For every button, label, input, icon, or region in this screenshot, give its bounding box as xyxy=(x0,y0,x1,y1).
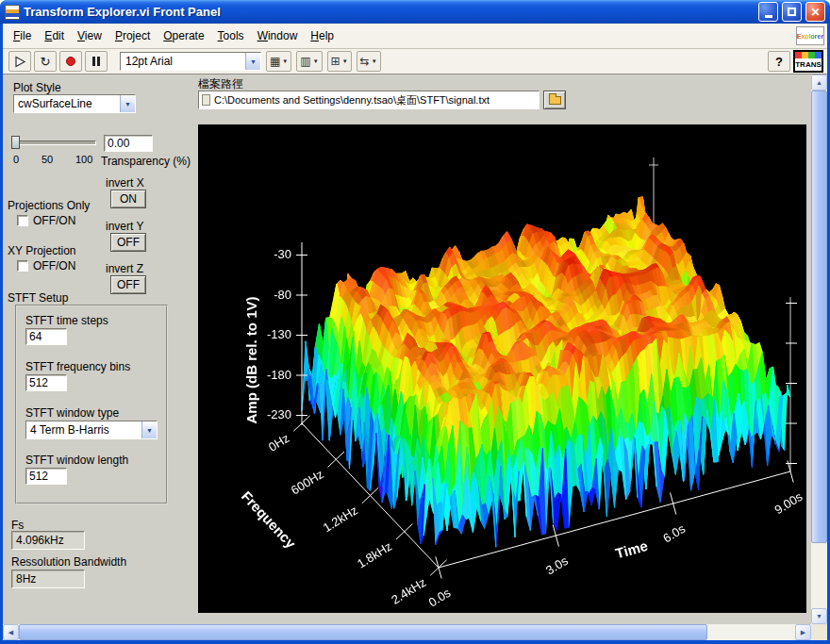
transparency-slider-thumb[interactable] xyxy=(11,136,20,149)
reorder-button[interactable]: ⇆▼ xyxy=(357,51,381,72)
vertical-scrollbar[interactable]: ▲ ▼ xyxy=(811,74,827,624)
window-body: File Edit View Project Operate Tools Win… xyxy=(3,24,827,640)
horizontal-scrollbar[interactable]: ◀ ▶ xyxy=(3,624,811,640)
explorer-vi-icon: Explorer xyxy=(796,26,824,45)
menu-view[interactable]: View xyxy=(71,26,108,45)
titlebar[interactable]: Transform Explorer.vi Front Panel ✕ xyxy=(0,0,830,24)
projections-only-checkbox[interactable]: OFF/ON xyxy=(17,214,75,227)
help-icon: ? xyxy=(775,55,783,69)
scroll-left-button[interactable]: ◀ xyxy=(3,624,19,640)
projections-only-checkbox-label: OFF/ON xyxy=(33,214,75,227)
stft-window-length-value: 512 xyxy=(29,470,48,483)
vertical-scroll-thumb[interactable] xyxy=(811,91,827,543)
plot-style-label: Plot Style xyxy=(13,82,61,94)
transparency-input[interactable]: 0.00 xyxy=(104,135,153,152)
stft-window-type-label: STFT window type xyxy=(25,407,119,420)
front-panel: Plot Style cwSurfaceLine ▼ 0 50 100 0.00… xyxy=(3,74,811,624)
menubar: File Edit View Project Operate Tools Win… xyxy=(3,24,827,49)
stft-time-steps-input[interactable]: 64 xyxy=(25,328,67,345)
slider-scale-100: 100 xyxy=(75,154,92,165)
run-button[interactable] xyxy=(8,51,31,72)
transparency-label: Transparency (%) xyxy=(101,156,191,168)
stft-frequency-bins-input[interactable]: 512 xyxy=(25,374,67,391)
chevron-down-icon: ▼ xyxy=(120,95,135,112)
menu-operate[interactable]: Operate xyxy=(157,26,210,45)
help-button[interactable]: ? xyxy=(768,51,790,72)
resize-objects-button[interactable]: ⊞▼ xyxy=(327,51,352,72)
invert-y-button[interactable]: OFF xyxy=(110,233,146,252)
window-title: Transform Explorer.vi Front Panel xyxy=(24,5,755,19)
close-button[interactable]: ✕ xyxy=(805,2,825,22)
chevron-down-icon: ▼ xyxy=(141,421,157,438)
menu-project[interactable]: Project xyxy=(108,26,157,45)
run-continuous-icon: ↻ xyxy=(41,56,51,68)
chevron-down-icon: ▼ xyxy=(282,58,288,64)
stft-3d-plot[interactable] xyxy=(198,124,806,613)
chevron-down-icon: ▼ xyxy=(245,53,260,70)
resolution-bandwidth-value: 8Hz xyxy=(16,572,36,586)
trans-vi-icon-text: TRANS xyxy=(795,58,822,71)
scroll-down-button[interactable]: ▼ xyxy=(811,608,827,624)
pause-button[interactable] xyxy=(85,51,108,72)
chevron-down-icon: ▼ xyxy=(313,58,319,64)
scrollbar-corner xyxy=(811,624,827,640)
run-icon xyxy=(14,56,26,68)
file-path-input[interactable]: C:\Documents and Settings\denny.tsao\桌面\… xyxy=(198,91,540,109)
chevron-down-icon: ▼ xyxy=(372,58,377,64)
abort-button[interactable] xyxy=(59,51,82,72)
scroll-right-button[interactable]: ▶ xyxy=(795,624,811,640)
menu-window[interactable]: Window xyxy=(251,26,305,45)
checkbox-icon[interactable] xyxy=(17,215,28,226)
stft-setup-label: STFT Setup xyxy=(8,292,68,305)
checkbox-icon[interactable] xyxy=(17,260,28,272)
invert-x-button[interactable]: ON xyxy=(110,190,146,208)
projections-only-label: Projections Only xyxy=(8,200,90,212)
resolution-bandwidth-indicator: 8Hz xyxy=(11,570,85,588)
stft-frequency-bins-value: 512 xyxy=(29,376,48,389)
toolbar: ↻ 12pt Arial ▼ ▦▼ ▥▼ ⊞▼ ⇆▼ ? TRANS xyxy=(3,49,827,74)
stft-window-type-ring[interactable]: 4 Term B-Harris ▼ xyxy=(25,421,158,439)
close-icon: ✕ xyxy=(810,7,820,18)
reorder-icon: ⇆ xyxy=(360,56,370,67)
menu-help[interactable]: Help xyxy=(304,26,340,45)
maximize-button[interactable] xyxy=(782,2,802,22)
minimize-button[interactable] xyxy=(758,2,778,22)
scroll-up-button[interactable]: ▲ xyxy=(811,74,827,91)
stft-window-length-label: STFT window length xyxy=(25,454,128,467)
invert-z-state: OFF xyxy=(117,278,140,291)
fs-indicator: 4.096kHz xyxy=(11,531,85,550)
invert-z-button[interactable]: OFF xyxy=(110,275,146,294)
invert-y-label: invert Y xyxy=(106,221,143,233)
distribute-objects-button[interactable]: ▥▼ xyxy=(296,51,322,72)
slider-scale-0: 0 xyxy=(13,154,19,165)
fs-value: 4.096kHz xyxy=(16,534,64,547)
stft-window-length-input[interactable]: 512 xyxy=(25,468,67,485)
horizontal-scroll-thumb[interactable] xyxy=(19,624,707,640)
stft-window-type-value: 4 Term B-Harris xyxy=(26,421,141,438)
xy-projection-checkbox[interactable]: OFF/ON xyxy=(17,259,75,272)
maximize-icon xyxy=(788,8,796,16)
run-continuous-button[interactable]: ↻ xyxy=(34,51,57,72)
menu-tools[interactable]: Tools xyxy=(211,26,251,45)
xy-projection-label: XY Projection xyxy=(8,245,76,257)
chevron-down-icon: ▼ xyxy=(342,58,348,64)
font-selector-value: 12pt Arial xyxy=(121,53,245,70)
stft-time-steps-value: 64 xyxy=(29,330,42,343)
transparency-value: 0.00 xyxy=(108,137,129,150)
transparency-slider[interactable]: 0 50 100 xyxy=(11,135,102,167)
font-selector[interactable]: 12pt Arial ▼ xyxy=(120,52,261,71)
plot-style-ring[interactable]: cwSurfaceLine ▼ xyxy=(13,94,136,113)
labview-window: Transform Explorer.vi Front Panel ✕ File… xyxy=(0,0,830,644)
trans-vi-icon-stripe xyxy=(795,52,822,58)
browse-button[interactable] xyxy=(543,91,566,109)
file-path-value: C:\Documents and Settings\denny.tsao\桌面\… xyxy=(214,93,490,107)
menu-edit[interactable]: Edit xyxy=(38,26,71,45)
slider-scale-50: 50 xyxy=(42,154,53,165)
stft-time-steps-label: STFT time steps xyxy=(25,315,108,327)
resize-objects-icon: ⊞ xyxy=(331,56,340,67)
transparency-slider-track[interactable] xyxy=(11,140,96,145)
explorer-vi-icon-text: Explorer xyxy=(797,33,823,40)
menu-file[interactable]: File xyxy=(7,26,38,45)
align-objects-button[interactable]: ▦▼ xyxy=(266,51,291,72)
invert-z-label: invert Z xyxy=(106,263,143,275)
